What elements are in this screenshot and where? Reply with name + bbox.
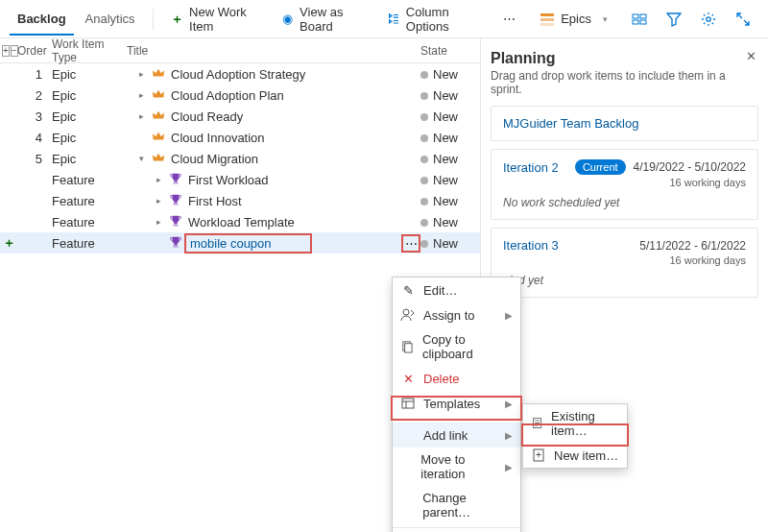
copy-icon (400, 339, 415, 354)
trophy-icon (169, 193, 182, 209)
work-item-title[interactable]: First Workload (188, 173, 269, 187)
cell-type: Epic (52, 88, 127, 103)
cell-state: New (420, 173, 474, 187)
chevron-icon[interactable]: ▸ (154, 196, 163, 206)
col-state[interactable]: State (420, 44, 474, 58)
cell-order: 1 (17, 67, 52, 82)
table-row[interactable]: ＋Feature▸First Host⋯New (0, 190, 480, 211)
view-as-board-label: View as Board (300, 5, 368, 34)
close-icon[interactable]: ✕ (743, 48, 758, 63)
col-title[interactable]: Title (127, 44, 401, 58)
submenu-new-item[interactable]: New item… (523, 443, 627, 468)
column-options-button[interactable]: Column Options (379, 0, 490, 39)
menu-assign-to[interactable]: Assign to▶ (393, 302, 520, 327)
view-options-button[interactable] (624, 6, 655, 33)
iteration-card[interactable]: Iteration 2Current4/19/2022 - 5/10/20221… (491, 149, 758, 220)
work-item-title[interactable]: Cloud Migration (171, 152, 258, 166)
link-icon (400, 427, 416, 443)
work-item-title[interactable]: First Host (188, 194, 242, 208)
backlog-level-label: Epics (561, 12, 591, 26)
cell-state: New (420, 194, 474, 208)
menu-edit[interactable]: ✎Edit… (393, 278, 520, 302)
cell-title: ▾Cloud Migration (127, 151, 401, 167)
table-row[interactable]: ＋Feature▸First Workload⋯New (0, 169, 480, 190)
grid-body: ＋1Epic▸Cloud Adoption Strategy⋯New＋2Epic… (0, 63, 480, 254)
view-options-icon (632, 12, 647, 27)
expand-collapse-all[interactable]: +− (0, 45, 17, 57)
chevron-icon[interactable]: ▾ (136, 154, 146, 163)
menu-templates[interactable]: Templates▶ (393, 391, 520, 416)
plus-icon: ＋ (170, 12, 183, 27)
planning-subtitle: Drag and drop work items to include them… (491, 69, 758, 96)
chevron-icon[interactable]: ▸ (154, 217, 163, 227)
work-item-title[interactable]: Cloud Innovation (171, 131, 265, 145)
iteration-card[interactable]: Iteration 35/11/2022 - 6/1/202216 workin… (491, 228, 758, 298)
cell-order: 2 (17, 88, 52, 103)
backlog-card[interactable]: MJGuider Team Backlog (491, 106, 758, 141)
menu-add-link[interactable]: Add link▶ (393, 423, 520, 447)
table-row[interactable]: ＋2Epic▸Cloud Adoption Plan⋯New (0, 85, 480, 106)
work-item-title[interactable]: mobile coupon (184, 233, 312, 254)
menu-delete[interactable]: ✕Delete (393, 366, 520, 391)
svg-rect-6 (640, 20, 646, 24)
delete-icon: ✕ (400, 371, 416, 386)
new-item-icon (531, 447, 546, 463)
col-order[interactable]: Order (17, 44, 52, 58)
work-item-title[interactable]: Cloud Ready (171, 109, 243, 124)
iteration-empty: No work scheduled yet (503, 196, 746, 209)
column-options-icon (387, 12, 400, 27)
state-dot-icon (420, 92, 428, 100)
epics-icon (540, 12, 555, 27)
work-item-title[interactable]: Cloud Adoption Strategy (171, 67, 305, 82)
backlog-level-selector[interactable]: Epics ▾ (532, 6, 620, 33)
planning-title: Planning (491, 50, 758, 67)
state-dot-icon (420, 113, 428, 121)
iteration-empty: uled yet (503, 274, 746, 287)
table-row[interactable]: ＋4EpicCloud Innovation⋯New (0, 127, 480, 148)
chevron-icon[interactable]: ▸ (136, 111, 146, 121)
svg-rect-1 (540, 18, 554, 21)
state-dot-icon (420, 177, 428, 184)
fullscreen-button[interactable] (728, 6, 758, 33)
cell-type: Feature (52, 173, 127, 187)
more-toolbar-button[interactable]: ⋯ (493, 6, 524, 33)
table-row[interactable]: ＋5Epic▾Cloud Migration⋯New (0, 148, 480, 169)
iteration-dates: 4/19/2022 - 5/10/2022 (634, 160, 746, 174)
settings-button[interactable] (693, 6, 724, 33)
gear-icon (701, 12, 716, 27)
table-row[interactable]: ＋Featuremobile coupon⋯New (0, 232, 480, 254)
submenu-existing-item[interactable]: Existing item… (523, 404, 627, 443)
cell-state: New (420, 67, 474, 82)
work-item-title[interactable]: Workload Template (188, 215, 295, 230)
view-as-board-button[interactable]: ◉ View as Board (274, 0, 376, 39)
filter-button[interactable] (659, 6, 689, 33)
work-item-title[interactable]: Cloud Adoption Plan (171, 88, 284, 103)
expand-all-icon[interactable]: + (2, 45, 10, 57)
chevron-icon[interactable]: ▸ (136, 90, 146, 100)
iteration-name: Iteration 3 (503, 238, 632, 253)
menu-move-iteration[interactable]: Move to iteration▶ (393, 447, 520, 486)
cell-title: ▸First Workload (127, 172, 401, 188)
table-row[interactable]: ＋1Epic▸Cloud Adoption Strategy⋯New (0, 63, 480, 85)
menu-copy[interactable]: Copy to clipboard (393, 327, 520, 366)
crown-icon (152, 66, 165, 83)
cell-state: New (420, 152, 474, 166)
backlog-name: MJGuider Team Backlog (503, 116, 638, 131)
table-row[interactable]: ＋3Epic▸Cloud Ready⋯New (0, 106, 480, 127)
state-dot-icon (420, 240, 428, 248)
svg-rect-10 (405, 343, 412, 351)
filter-icon (666, 12, 682, 27)
backlog-grid: +− Order Work Item Type Title State ＋1Ep… (0, 38, 480, 532)
table-row[interactable]: ＋Feature▸Workload Template⋯New (0, 211, 480, 232)
col-type[interactable]: Work Item Type (52, 37, 127, 64)
row-more-icon[interactable]: ⋯ (401, 234, 420, 253)
tab-backlog[interactable]: Backlog (10, 4, 74, 36)
tab-analytics[interactable]: Analytics (78, 4, 143, 34)
chevron-icon[interactable]: ▸ (136, 69, 146, 79)
cell-title: ▸Cloud Adoption Plan (127, 87, 401, 104)
menu-change-parent[interactable]: Change parent… (393, 486, 520, 524)
chevron-icon[interactable]: ▸ (154, 175, 163, 184)
cell-state: New (420, 131, 474, 145)
new-work-item-button[interactable]: ＋ New Work Item (162, 0, 269, 39)
add-child-icon[interactable]: ＋ (0, 234, 17, 252)
